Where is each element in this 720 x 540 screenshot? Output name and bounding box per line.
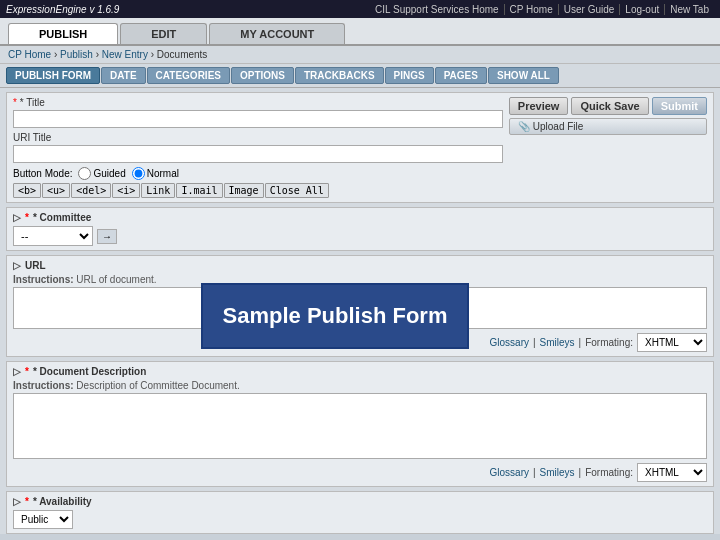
guided-radio-label[interactable]: Guided bbox=[78, 167, 125, 180]
committee-row: -- → bbox=[13, 226, 707, 246]
action-buttons: Preview Quick Save Submit bbox=[509, 97, 707, 115]
subtab-pings[interactable]: PINGS bbox=[385, 67, 434, 84]
availability-expand[interactable]: ▷ bbox=[13, 496, 21, 507]
committee-expand[interactable]: ▷ bbox=[13, 212, 21, 223]
nav-tab-myaccount[interactable]: MY ACCOUNT bbox=[209, 23, 345, 44]
title-right: Preview Quick Save Submit 📎 Upload File bbox=[509, 97, 707, 135]
url-header: ▷ URL bbox=[13, 260, 707, 271]
breadcrumb-current: Documents bbox=[157, 49, 208, 60]
breadcrumb-newentry[interactable]: New Entry bbox=[102, 49, 148, 60]
subtab-options[interactable]: OPTIONS bbox=[231, 67, 294, 84]
editor-btn-link[interactable]: Link bbox=[141, 183, 175, 198]
app-logo: ExpressionEngine v 1.6.9 bbox=[6, 4, 119, 15]
title-input[interactable] bbox=[13, 110, 503, 128]
url-glossary-link[interactable]: Glossary bbox=[490, 337, 529, 348]
doc-desc-header: ▷ * * Document Description bbox=[13, 366, 707, 377]
sub-tabs: PUBLISH FORM DATE CATEGORIES OPTIONS TRA… bbox=[0, 64, 720, 88]
button-mode-row: Button Mode: Guided Normal bbox=[13, 167, 503, 180]
availability-section: ▷ * * Availability Public bbox=[6, 491, 714, 534]
committee-header: ▷ * * Committee bbox=[13, 212, 707, 223]
button-mode-label: Button Mode: bbox=[13, 168, 72, 179]
editor-btn-u[interactable]: <u> bbox=[42, 183, 70, 198]
upload-icon: 📎 bbox=[518, 121, 530, 132]
submit-button[interactable]: Submit bbox=[652, 97, 707, 115]
nav-tab-publish[interactable]: PUBLISH bbox=[8, 23, 118, 44]
uri-title-input[interactable] bbox=[13, 145, 503, 163]
url-label: URL bbox=[25, 260, 46, 271]
url-smileys-link[interactable]: Smileys bbox=[540, 337, 575, 348]
breadcrumb: CP Home › Publish › New Entry › Document… bbox=[0, 46, 720, 64]
new-tab-link[interactable]: New Tab bbox=[665, 4, 714, 15]
nav-tab-edit[interactable]: EDIT bbox=[120, 23, 207, 44]
editor-btn-image[interactable]: Image bbox=[224, 183, 264, 198]
url-formatting-select[interactable]: XHTML bbox=[637, 333, 707, 352]
user-guide-link[interactable]: User Guide bbox=[559, 4, 621, 15]
availability-select[interactable]: Public bbox=[13, 510, 73, 529]
subtab-publish-form[interactable]: PUBLISH FORM bbox=[6, 67, 100, 84]
support-link[interactable]: CIL Support Services Home bbox=[370, 4, 505, 15]
upload-file-button[interactable]: 📎 Upload File bbox=[509, 118, 707, 135]
normal-radio[interactable] bbox=[132, 167, 145, 180]
title-left: * * Title URI Title Button Mode: Guided … bbox=[13, 97, 503, 198]
top-bar-left: ExpressionEngine v 1.6.9 bbox=[6, 4, 119, 15]
main-nav: PUBLISH EDIT MY ACCOUNT bbox=[0, 18, 720, 46]
committee-section: ▷ * * Committee -- → bbox=[6, 207, 714, 251]
doc-format-row: Glossary | Smileys | Formating: XHTML bbox=[13, 463, 707, 482]
subtab-categories[interactable]: CATEGORIES bbox=[147, 67, 230, 84]
sample-overlay: Sample Publish Form bbox=[201, 283, 469, 349]
doc-formatting-label: Formating: bbox=[585, 467, 633, 478]
availability-label: * Availability bbox=[33, 496, 92, 507]
doc-desc-expand[interactable]: ▷ bbox=[13, 366, 21, 377]
logout-link[interactable]: Log-out bbox=[620, 4, 665, 15]
sample-overlay-text: Sample Publish Form bbox=[223, 303, 448, 329]
editor-toolbar: <b> <u> <del> <i> Link I.mail Image Clos… bbox=[13, 183, 503, 198]
preview-button[interactable]: Preview bbox=[509, 97, 569, 115]
editor-btn-b[interactable]: <b> bbox=[13, 183, 41, 198]
uri-title-label: URI Title bbox=[13, 132, 503, 143]
editor-btn-closeall[interactable]: Close All bbox=[265, 183, 329, 198]
doc-smileys-link[interactable]: Smileys bbox=[540, 467, 575, 478]
editor-btn-email[interactable]: I.mail bbox=[176, 183, 222, 198]
doc-glossary-link[interactable]: Glossary bbox=[490, 467, 529, 478]
editor-btn-del[interactable]: <del> bbox=[71, 183, 111, 198]
doc-desc-section: ▷ * * Document Description Instructions:… bbox=[6, 361, 714, 487]
url-expand[interactable]: ▷ bbox=[13, 260, 21, 271]
availability-header: ▷ * * Availability bbox=[13, 496, 707, 507]
committee-label: * Committee bbox=[33, 212, 91, 223]
normal-radio-label[interactable]: Normal bbox=[132, 167, 179, 180]
title-section: * * Title URI Title Button Mode: Guided … bbox=[6, 92, 714, 203]
title-label: * * Title bbox=[13, 97, 503, 108]
cp-home-link[interactable]: CP Home bbox=[505, 4, 559, 15]
subtab-show-all[interactable]: SHOW ALL bbox=[488, 67, 559, 84]
quicksave-button[interactable]: Quick Save bbox=[571, 97, 648, 115]
doc-desc-label: * Document Description bbox=[33, 366, 146, 377]
doc-desc-textarea[interactable] bbox=[13, 393, 707, 459]
committee-arrow-btn[interactable]: → bbox=[97, 229, 117, 244]
committee-select[interactable]: -- bbox=[13, 226, 93, 246]
top-bar-links: CIL Support Services Home CP Home User G… bbox=[370, 4, 714, 15]
subtab-date[interactable]: DATE bbox=[101, 67, 145, 84]
main-content: * * Title URI Title Button Mode: Guided … bbox=[0, 88, 720, 534]
url-formatting-label: Formating: bbox=[585, 337, 633, 348]
breadcrumb-publish[interactable]: Publish bbox=[60, 49, 93, 60]
subtab-trackbacks[interactable]: TRACKBACKS bbox=[295, 67, 384, 84]
guided-radio[interactable] bbox=[78, 167, 91, 180]
editor-btn-i[interactable]: <i> bbox=[112, 183, 140, 198]
doc-desc-instructions: Instructions: Description of Committee D… bbox=[13, 380, 707, 391]
top-bar: ExpressionEngine v 1.6.9 CIL Support Ser… bbox=[0, 0, 720, 18]
subtab-pages[interactable]: PAGES bbox=[435, 67, 487, 84]
doc-formatting-select[interactable]: XHTML bbox=[637, 463, 707, 482]
breadcrumb-cphome[interactable]: CP Home bbox=[8, 49, 51, 60]
